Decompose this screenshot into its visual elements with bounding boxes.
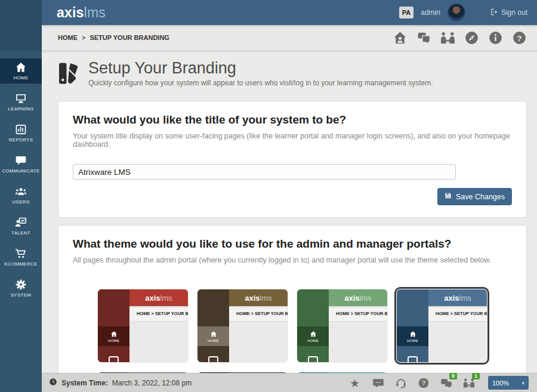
breadcrumb: HOME > SETUP YOUR BRANDING	[58, 34, 169, 41]
username-label: admin	[421, 8, 440, 17]
save-row: Save Changes	[73, 188, 512, 205]
people-arrows-icon[interactable]	[440, 30, 455, 45]
breadcrumb-separator: >	[82, 34, 85, 41]
talent-chart-icon	[15, 217, 27, 229]
top-header-bar: axislms PA admin Sign out	[42, 0, 537, 25]
people-count-badge: 1	[472, 373, 480, 380]
help-circle-icon[interactable]: ?	[418, 377, 430, 389]
mini-header: axislms	[329, 289, 387, 306]
sidebar-item-label: REPORTS	[9, 137, 33, 143]
system-title-heading: What would you like the title of your sy…	[73, 113, 512, 126]
svg-text:?: ?	[422, 379, 426, 387]
mini-main-area	[229, 322, 288, 362]
sidebar-item-label: LEARNING	[8, 106, 33, 112]
home-user-icon[interactable]	[393, 30, 408, 45]
mini-main-area	[129, 322, 188, 362]
home-icon	[15, 61, 27, 73]
zoom-level-value: 100%	[492, 379, 509, 387]
theme-description: All pages throughout the admin portal (w…	[73, 256, 512, 264]
system-title-card: What would you like the title of your sy…	[58, 101, 527, 218]
logo-lms: lms	[84, 5, 106, 20]
sidebar-item-label: COMMUNICATE	[2, 168, 39, 174]
system-time-value: March 3, 2022, 12:08 pm	[112, 379, 192, 387]
gear-icon	[15, 279, 27, 291]
theme-option-red[interactable]: axislms HOME > SETUP YOUR BRANDING HOME	[98, 289, 188, 362]
sidebar-item-users[interactable]: USERS	[0, 183, 42, 208]
breadcrumb-current: SETUP YOUR BRANDING	[90, 34, 169, 41]
sidebar-top-spacer	[0, 0, 42, 51]
sidebar-item-label: USERS	[12, 199, 29, 205]
mini-monitor-icon	[109, 356, 119, 362]
topbar-user-area: PA admin Sign out	[399, 4, 537, 21]
user-avatar[interactable]	[448, 4, 465, 21]
branding-swatch-icon	[56, 59, 80, 88]
sidebar: HOME LEARNING REPORTS COMMUNICATE USERS …	[0, 0, 42, 392]
theme-option-blue[interactable]: axislms HOME > SETUP YOUR BRANDING HOME	[397, 289, 487, 362]
save-changes-button[interactable]: Save Changes	[437, 188, 512, 205]
people-arrows-status-icon[interactable]: 1	[463, 377, 475, 389]
theme-option-green[interactable]: axislms HOME > SETUP YOUR BRANDING HOME	[297, 289, 387, 362]
mini-breadcrumb: HOME > SETUP YOUR BRANDING	[428, 306, 487, 322]
sidebar-item-label: HOME	[13, 75, 28, 81]
sidebar-item-ecommerce[interactable]: ECOMMERCE	[0, 245, 42, 270]
status-bar: System Time: March 3, 2022, 12:08 pm ★ ?…	[42, 373, 537, 392]
chevron-down-icon: ▾	[521, 380, 524, 386]
save-changes-label: Save Changes	[456, 193, 505, 201]
sidebar-item-label: SYSTEM	[11, 292, 32, 298]
sidebar-item-system[interactable]: SYSTEM	[0, 276, 42, 301]
mini-header: axislms	[229, 289, 288, 306]
breadcrumb-bar: HOME > SETUP YOUR BRANDING ?	[42, 25, 537, 51]
chat-count-badge: 0	[449, 373, 457, 380]
signout-icon	[489, 8, 498, 18]
favorites-star-icon[interactable]: ★	[350, 377, 362, 389]
app-logo: axislms	[57, 5, 106, 21]
sidebar-item-home[interactable]: HOME	[0, 58, 42, 84]
mini-home-item: HOME	[297, 326, 329, 346]
mini-home-item: HOME	[98, 326, 129, 346]
mini-app-logo: axislms	[344, 294, 372, 303]
mini-breadcrumb: HOME > SETUP YOUR BRANDING	[129, 306, 188, 322]
compass-icon[interactable]	[464, 30, 479, 45]
theme-card: What theme would you like to use for the…	[58, 225, 527, 392]
sidebar-item-learning[interactable]: LEARNING	[0, 89, 42, 115]
mini-sidebar	[197, 289, 229, 362]
breadcrumb-home[interactable]: HOME	[58, 34, 78, 41]
zoom-level-dropdown[interactable]: 100% ▾	[488, 376, 529, 390]
mini-home-icon	[210, 331, 217, 338]
chat-messages-icon[interactable]: 0	[440, 377, 452, 389]
cart-icon	[15, 248, 27, 260]
comments-icon[interactable]	[416, 30, 431, 45]
theme-heading: What theme would you like to use for the…	[73, 237, 512, 251]
mini-sidebar	[297, 289, 329, 362]
mini-home-icon	[310, 331, 317, 338]
mini-app-logo: axislms	[245, 294, 272, 303]
main-content: Setup Your Branding Quickly configure ho…	[42, 51, 537, 392]
page-subtitle: Quickly configure how your system will a…	[88, 79, 433, 87]
comment-dots-icon[interactable]	[372, 377, 384, 389]
support-headset-icon[interactable]	[395, 377, 407, 389]
mini-breadcrumb: HOME > SETUP YOUR BRANDING	[229, 306, 288, 322]
sidebar-item-reports[interactable]: REPORTS	[0, 121, 42, 146]
page-title: Setup Your Branding	[88, 59, 433, 78]
help-icon[interactable]: ?	[512, 30, 527, 45]
logo-axis: axis	[57, 5, 84, 20]
users-icon	[15, 186, 27, 197]
system-title-input[interactable]	[73, 164, 456, 180]
info-icon[interactable]	[488, 30, 503, 45]
floppy-disk-icon	[445, 192, 452, 201]
page-title-block: Setup Your Branding Quickly configure ho…	[88, 59, 433, 87]
sidebar-item-label: TALENT	[11, 230, 30, 236]
system-time-label: System Time:	[61, 379, 108, 387]
signout-label: Sign out	[501, 8, 527, 17]
quick-icons: ?	[393, 30, 537, 45]
signout-button[interactable]: Sign out	[489, 8, 527, 18]
monitor-icon	[15, 92, 27, 104]
mini-monitor-icon	[208, 356, 218, 362]
sidebar-item-talent[interactable]: TALENT	[0, 214, 42, 239]
mini-monitor-icon	[308, 356, 318, 362]
sidebar-item-communicate[interactable]: COMMUNICATE	[0, 152, 42, 177]
bar-chart-icon	[15, 124, 27, 135]
theme-option-brown[interactable]: axislms HOME > SETUP YOUR BRANDING HOME	[197, 289, 288, 362]
mini-app-logo: axislms	[145, 294, 172, 303]
mini-monitor-icon	[408, 356, 418, 362]
